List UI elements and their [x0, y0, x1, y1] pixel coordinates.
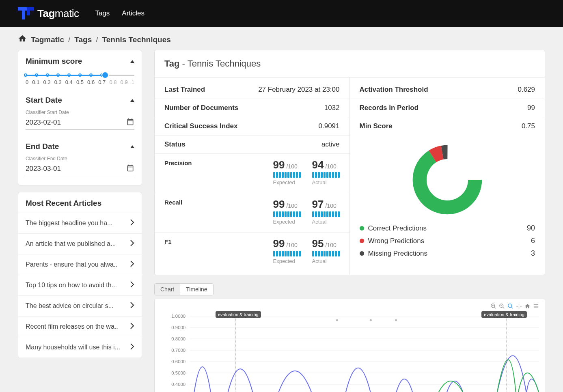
tag-card: Tag - Tennis Techniques Last Trained27 F…	[154, 50, 545, 275]
article-title: Recent film releases on the wa..	[26, 323, 118, 330]
stat-row: Last Trained27 February 2023 at 23:00	[155, 81, 349, 99]
caret-up-icon	[130, 145, 134, 148]
legend-correct: Correct Predictions90	[360, 222, 535, 235]
chevron-right-icon	[130, 323, 134, 331]
list-item[interactable]: Top 10 tips on how to avoid th...	[18, 275, 142, 296]
list-item[interactable]: The best advice on circular s...	[18, 296, 142, 317]
chevron-right-icon	[130, 281, 134, 289]
svg-point-29	[370, 319, 372, 321]
svg-point-30	[395, 319, 397, 321]
start-date-label: Classifier Start Date	[26, 110, 134, 115]
chevron-right-icon	[130, 240, 134, 248]
svg-point-2	[420, 152, 475, 207]
stat-row: Min Score0.75	[350, 117, 545, 135]
min-score-title: Minimum score	[26, 57, 82, 66]
chart-panel: evaluation & training evaluation & train…	[154, 299, 545, 392]
filters-panel: Minimum score 00.10.20.30.40.50.60.70.80…	[18, 50, 142, 185]
sidebar: Minimum score 00.10.20.30.40.50.60.70.80…	[18, 50, 142, 358]
logo-mark-icon	[18, 7, 34, 19]
svg-point-28	[336, 319, 338, 321]
article-title: An article that we published a...	[26, 240, 116, 248]
calendar-icon[interactable]	[126, 164, 134, 173]
breadcrumb-root[interactable]: Tagmatic	[31, 35, 64, 44]
end-date-field[interactable]: 2023-03-01	[26, 162, 134, 176]
svg-marker-1	[27, 7, 34, 15]
calendar-icon[interactable]	[126, 118, 134, 127]
zoom-in-icon[interactable]	[490, 303, 496, 310]
article-title: The biggest headline you ha...	[26, 220, 112, 227]
list-item[interactable]: Recent film releases on the wa..	[18, 317, 142, 337]
chevron-right-icon	[130, 219, 134, 227]
nav-links: Tags Articles	[95, 9, 145, 17]
donut-area: Correct Predictions90 Wrong Predictions6…	[350, 135, 545, 268]
navbar: Tagmatic Tags Articles	[0, 0, 563, 27]
caret-up-icon	[130, 60, 134, 63]
metric-recall: Recall99 /100Expected97 /100Actual	[155, 193, 349, 232]
chart-toolbar	[490, 303, 539, 310]
stat-row: Critical Success Index0.9091	[155, 117, 349, 135]
recent-title: Most Recent Articles	[26, 199, 101, 208]
zoom-selection-icon[interactable]	[507, 303, 513, 310]
predictions-donut	[411, 143, 484, 216]
start-date-field[interactable]: 2023-02-01	[26, 116, 134, 130]
article-list: The biggest headline you ha...An article…	[18, 213, 142, 358]
list-item[interactable]: An article that we published a...	[18, 234, 142, 254]
article-title: Many households will use this i...	[26, 344, 120, 351]
article-title: Parents - ensure that you alwa..	[26, 261, 117, 268]
pan-icon[interactable]	[516, 303, 522, 310]
svg-text:0.6000: 0.6000	[171, 359, 186, 364]
chart-annotation-1: evaluation & training	[216, 311, 261, 318]
brand-logo[interactable]: Tagmatic	[18, 7, 79, 20]
caret-up-icon	[130, 99, 134, 102]
breadcrumb: Tagmatic/ Tags / Tennis Techniques	[0, 27, 563, 50]
metric-f1: F199 /100Expected95 /100Actual	[155, 232, 349, 271]
start-date-header[interactable]: Start Date	[18, 93, 142, 110]
list-item[interactable]: Many households will use this i...	[18, 337, 142, 358]
nav-link-tags[interactable]: Tags	[95, 9, 110, 17]
end-date-label: Classifier End Date	[26, 156, 134, 162]
svg-line-13	[511, 307, 513, 308]
svg-text:0.9000: 0.9000	[171, 325, 186, 330]
slider-labels: 00.10.20.30.40.50.60.70.80.91	[26, 79, 134, 85]
chevron-right-icon	[130, 343, 134, 351]
svg-point-12	[508, 304, 512, 308]
svg-text:1.0000: 1.0000	[171, 314, 186, 319]
tab-chart[interactable]: Chart	[155, 284, 180, 295]
min-score-slider[interactable]: 00.10.20.30.40.50.60.70.80.91	[26, 75, 134, 85]
end-date-title: End Date	[26, 142, 59, 151]
stat-row: Statusactive	[155, 135, 349, 153]
svg-text:0.5000: 0.5000	[171, 370, 186, 375]
nav-link-articles[interactable]: Articles	[122, 9, 145, 17]
article-title: Top 10 tips on how to avoid th...	[26, 282, 117, 289]
chevron-right-icon	[130, 261, 134, 269]
svg-line-6	[494, 307, 496, 308]
stat-row: Activation Threshold0.629	[350, 81, 545, 99]
list-item[interactable]: The biggest headline you ha...	[18, 213, 142, 234]
slider-thumb[interactable]	[102, 72, 108, 78]
breadcrumb-leaf: Tennis Techniques	[102, 35, 171, 44]
end-date-header[interactable]: End Date	[18, 139, 142, 156]
home-icon[interactable]	[524, 303, 531, 310]
svg-text:0.7000: 0.7000	[171, 348, 186, 353]
list-item[interactable]: Parents - ensure that you alwa..	[18, 254, 142, 275]
chart-tabs: Chart Timeline	[154, 283, 214, 295]
tab-timeline[interactable]: Timeline	[180, 284, 213, 295]
svg-text:0.4000: 0.4000	[171, 382, 186, 387]
main: Tag - Tennis Techniques Last Trained27 F…	[154, 50, 545, 392]
min-score-header[interactable]: Minimum score	[18, 50, 142, 71]
zoom-out-icon[interactable]	[499, 303, 505, 310]
stat-row: Number of Documents1032	[155, 99, 349, 117]
home-icon[interactable]	[18, 34, 27, 45]
article-title: The best advice on circular s...	[26, 302, 114, 310]
chart-annotation-2: evaluation & training	[481, 311, 527, 318]
brand-text: Tagmatic	[37, 7, 79, 20]
metric-precision: Precision99 /100Expected94 /100Actual	[155, 153, 349, 193]
breadcrumb-tags[interactable]: Tags	[74, 35, 92, 44]
legend-missing: Missing Predictions3	[360, 247, 535, 260]
donut-legend: Correct Predictions90 Wrong Predictions6…	[360, 222, 535, 260]
stats-right: Activation Threshold0.629Records in Peri…	[350, 78, 545, 275]
menu-icon[interactable]	[533, 303, 539, 310]
tag-heading: Tag - Tennis Techniques	[155, 50, 545, 78]
stat-row: Records in Period99	[350, 99, 545, 117]
start-date-value: 2023-02-01	[26, 118, 61, 127]
